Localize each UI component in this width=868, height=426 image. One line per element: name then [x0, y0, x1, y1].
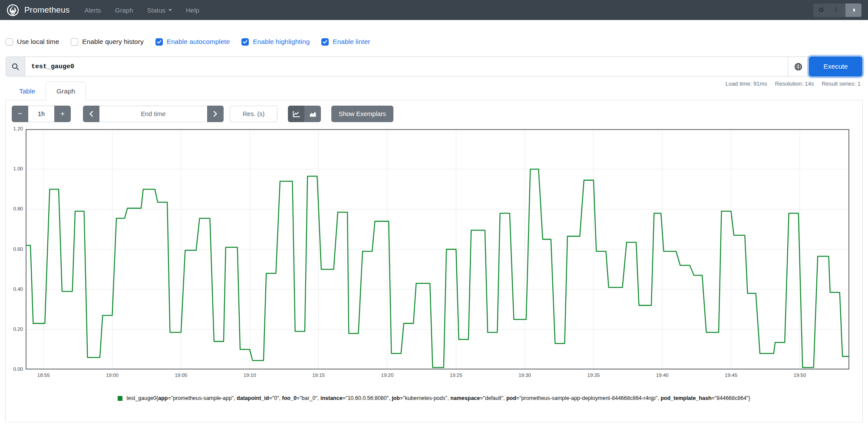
x-axis-tick-label: 19:45 [718, 373, 744, 378]
chart-type-toggle [288, 106, 321, 122]
option-enable-linter[interactable]: Enable linter [321, 38, 370, 46]
end-time-input[interactable] [99, 106, 207, 122]
series-color-swatch [118, 396, 122, 401]
y-axis-tick-label: 0.60 [6, 246, 23, 252]
range-decrease-button[interactable]: − [12, 106, 28, 122]
range-input[interactable] [28, 106, 54, 122]
nav-link-help[interactable]: Help [186, 7, 199, 14]
query-stats: Load time: 91ms Resolution: 14s Result s… [726, 80, 861, 87]
x-axis-tick-label: 19:15 [306, 373, 332, 378]
nav-links: AlertsGraphStatusHelp [84, 7, 199, 14]
x-axis-tick-label: 19:00 [99, 373, 125, 378]
option-enable-autocomplete[interactable]: Enable autocomplete [155, 38, 230, 46]
load-time: Load time: 91ms [726, 80, 767, 87]
brand-title: Prometheus [24, 5, 69, 15]
option-label: Enable query history [82, 38, 143, 46]
show-exemplars-button[interactable]: Show Exemplars [331, 106, 393, 122]
panel-tabs: Table Graph [9, 82, 86, 100]
checkbox-unchecked-icon[interactable] [71, 38, 78, 46]
query-bar: Execute [6, 57, 862, 77]
tab-graph[interactable]: Graph [46, 82, 86, 100]
theme-toggle-group: ⚙ ☾ ◑ [813, 3, 861, 17]
y-axis-tick-label: 0.00 [6, 366, 23, 372]
option-use-local-time[interactable]: Use local time [6, 38, 59, 46]
dark-mode-moon-icon[interactable]: ☾ [829, 3, 845, 17]
x-axis-tick-label: 19:10 [237, 373, 263, 378]
end-time-control [83, 106, 224, 122]
query-options-row: Use local timeEnable query historyEnable… [6, 36, 370, 47]
stacked-chart-icon[interactable] [304, 106, 321, 122]
query-expression-input[interactable] [25, 57, 788, 77]
auto-theme-contrast-icon[interactable]: ◑ [845, 3, 861, 17]
line-chart-icon[interactable] [288, 106, 304, 122]
checkbox-checked-icon[interactable] [321, 38, 329, 46]
nav-link-status[interactable]: Status [147, 7, 172, 14]
gridlines [26, 129, 849, 369]
option-label: Use local time [17, 38, 59, 46]
checkbox-checked-icon[interactable] [241, 38, 249, 46]
checkbox-checked-icon[interactable] [155, 38, 163, 46]
x-axis-tick-label: 19:05 [168, 373, 194, 378]
result-series: Result series: 1 [822, 80, 861, 87]
graph-panel: − + Show E [5, 100, 863, 423]
graph-controls: − + Show E [12, 106, 393, 122]
time-back-chevron-left-icon[interactable] [83, 106, 99, 122]
x-axis-tick-label: 19:40 [649, 373, 675, 378]
search-icon [6, 57, 25, 77]
navbar: Prometheus AlertsGraphStatusHelp ⚙ ☾ ◑ [0, 0, 868, 20]
range-increase-button[interactable]: + [54, 106, 71, 122]
x-axis-tick-label: 19:35 [581, 373, 607, 378]
option-label: Enable linter [333, 38, 370, 46]
metrics-explorer-globe-icon[interactable] [788, 57, 809, 77]
option-label: Enable highlighting [253, 38, 310, 46]
resolution-input[interactable] [230, 106, 277, 122]
x-axis-tick-label: 18:55 [30, 373, 56, 378]
series-legend[interactable]: test_gauge0{app="prometheus-sample-app",… [6, 395, 862, 401]
prometheus-app: Prometheus AlertsGraphStatusHelp ⚙ ☾ ◑ U… [0, 0, 868, 426]
time-forward-chevron-right-icon[interactable] [207, 106, 224, 122]
x-axis-tick-label: 19:50 [787, 373, 813, 378]
resolution: Resolution: 14s [775, 80, 814, 87]
y-axis-tick-label: 1.00 [6, 166, 23, 171]
settings-gear-icon[interactable]: ⚙ [813, 3, 829, 17]
y-axis-tick-label: 1.20 [6, 126, 23, 131]
nav-link-graph[interactable]: Graph [115, 7, 133, 14]
y-axis-tick-label: 0.80 [6, 206, 23, 211]
graph-canvas[interactable] [26, 129, 849, 369]
x-axis-tick-label: 19:20 [374, 373, 400, 378]
checkbox-unchecked-icon[interactable] [6, 38, 13, 46]
prometheus-logo-icon [7, 4, 19, 17]
series-label-text: test_gauge0{app="prometheus-sample-app",… [126, 395, 750, 401]
option-enable-query-history[interactable]: Enable query history [71, 38, 143, 46]
y-axis-tick-label: 0.20 [6, 326, 23, 332]
brand[interactable]: Prometheus [7, 4, 69, 17]
x-axis-tick-label: 19:25 [443, 373, 469, 378]
y-axis-tick-label: 0.40 [6, 286, 23, 292]
option-enable-highlighting[interactable]: Enable highlighting [241, 38, 310, 46]
nav-link-alerts[interactable]: Alerts [84, 7, 101, 14]
tab-table[interactable]: Table [9, 82, 46, 100]
series-line-test-gauge0 [26, 169, 849, 367]
x-axis-tick-label: 19:30 [512, 373, 538, 378]
option-label: Enable autocomplete [167, 38, 230, 46]
caret-down-icon [168, 9, 172, 11]
execute-button[interactable]: Execute [809, 57, 862, 77]
range-control: − + [12, 106, 71, 122]
